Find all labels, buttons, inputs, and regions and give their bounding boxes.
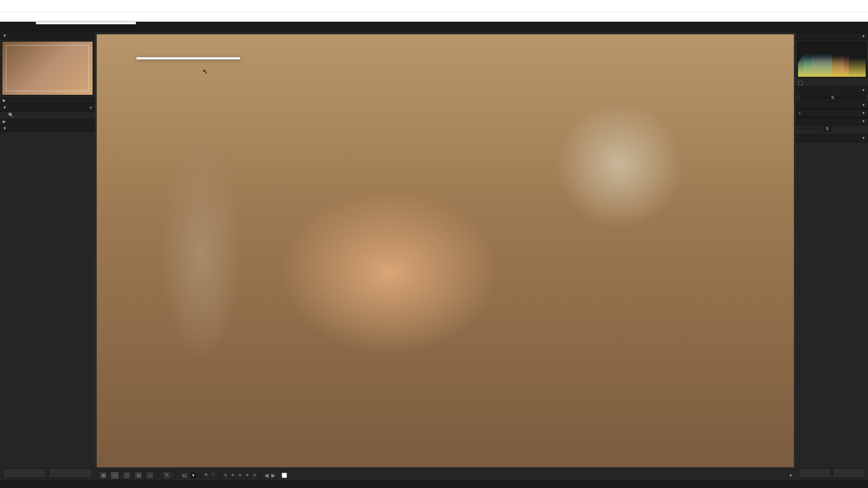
navigator-thumbnail[interactable] xyxy=(2,41,93,95)
loupe-toolbar: ▦ ▭ ◫ ▤ ☺ ✎ az ▾ ⚑ ⚐ ★ ★ ★ ★ ★ ◀ ▶ xyxy=(95,469,796,481)
sync-button[interactable] xyxy=(798,468,831,478)
menubar xyxy=(0,12,868,22)
sort-select[interactable]: ▾ xyxy=(190,472,196,478)
painter-tool-button[interactable]: ✎ xyxy=(162,471,171,479)
rating-star-4[interactable]: ★ xyxy=(245,472,250,478)
chevron-down-icon: ▼ xyxy=(3,126,7,131)
keyword-list-panel-header[interactable]: +▼ xyxy=(796,109,868,117)
import-button[interactable] xyxy=(3,468,46,478)
chevron-down-icon: ▼ xyxy=(3,33,7,38)
flag-reject-icon[interactable]: ⚐ xyxy=(211,472,216,478)
show-grid-checkbox[interactable] xyxy=(282,473,289,478)
next-photo-button[interactable]: ▶ xyxy=(271,472,275,479)
export-button[interactable] xyxy=(49,468,92,478)
photo-menu-dropdown xyxy=(36,22,136,24)
sort-direction-button[interactable]: az xyxy=(182,472,188,479)
folders-panel-header[interactable]: ▼ + xyxy=(0,104,95,112)
metadata-panel-header[interactable]: ▼ xyxy=(796,117,868,125)
rating-star-2[interactable]: ★ xyxy=(231,472,235,478)
chevron-right-icon: ▶ xyxy=(3,98,6,103)
collections-panel-header[interactable]: ▶ xyxy=(0,118,95,125)
edit-in-submenu xyxy=(136,57,241,60)
filter-folders-input[interactable]: 🔍 xyxy=(0,112,95,118)
quick-develop-panel-header[interactable]: ▼ xyxy=(796,86,868,94)
chevron-down-icon: ▼ xyxy=(3,105,7,110)
add-folder-icon[interactable]: + xyxy=(90,105,92,110)
survey-view-button[interactable]: ▤ xyxy=(134,471,143,479)
search-icon: 🔍 xyxy=(8,113,14,117)
defaults-select[interactable]: ⇅ xyxy=(800,95,865,100)
rating-star-1[interactable]: ★ xyxy=(223,472,228,478)
compare-view-button[interactable]: ◫ xyxy=(122,471,131,479)
publish-services-panel-header[interactable]: ▼ xyxy=(0,125,95,132)
navigator-panel-header[interactable]: ▼ xyxy=(0,33,95,39)
loupe-view-button[interactable]: ▭ xyxy=(110,471,119,479)
prev-photo-button[interactable]: ◀ xyxy=(264,472,269,479)
sync-settings-button[interactable] xyxy=(833,468,865,478)
histogram[interactable] xyxy=(797,42,866,77)
loupe-image-view[interactable] xyxy=(97,34,794,467)
rating-star-5[interactable]: ★ xyxy=(252,472,257,478)
people-view-button[interactable]: ☺ xyxy=(146,471,155,479)
flag-pick-icon[interactable]: ⚑ xyxy=(204,472,208,478)
keywording-panel-header[interactable]: ▼ xyxy=(796,101,868,109)
filmstrip[interactable] xyxy=(0,481,868,488)
histogram-panel-header[interactable]: ▼ xyxy=(796,33,868,40)
comments-panel-header[interactable]: ▼ xyxy=(796,134,868,142)
metadata-mode-arrow[interactable]: ⇅ xyxy=(823,126,832,131)
main-image xyxy=(97,34,794,467)
find-more-services-link[interactable] xyxy=(0,132,95,136)
chevron-right-icon: ▶ xyxy=(3,119,6,124)
grid-view-button[interactable]: ▦ xyxy=(99,471,108,479)
original-photo-checkbox[interactable] xyxy=(798,81,803,85)
rating-star-3[interactable]: ★ xyxy=(238,472,242,478)
catalog-panel-header[interactable]: ▶ xyxy=(0,97,95,104)
metadata-mode-select[interactable] xyxy=(798,128,821,129)
toolbar-options-button[interactable]: ▾ xyxy=(789,472,792,479)
